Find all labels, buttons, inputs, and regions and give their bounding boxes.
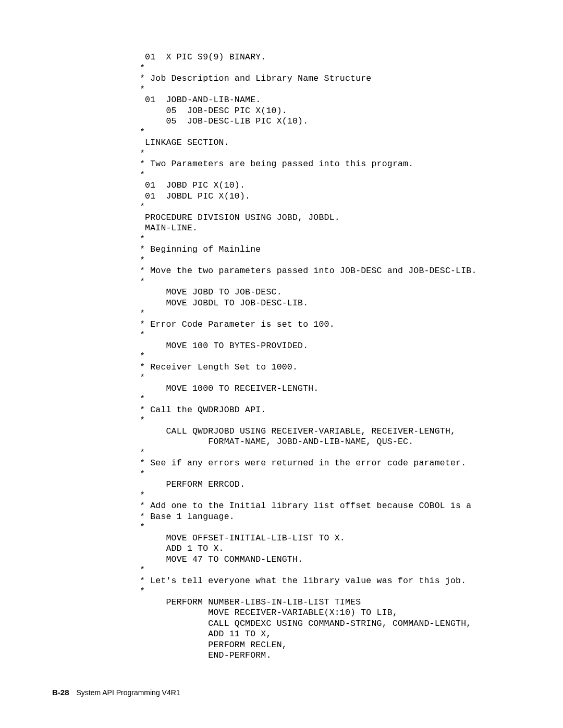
page-number: B-28 (52, 688, 69, 697)
document-page: 01 X PIC S9(9) BINARY. * * Job Descripti… (0, 0, 563, 728)
book-title: System API Programming V4R1 (76, 688, 180, 697)
code-listing: 01 X PIC S9(9) BINARY. * * Job Descripti… (140, 52, 511, 661)
page-footer: B-28 System API Programming V4R1 (52, 688, 180, 697)
